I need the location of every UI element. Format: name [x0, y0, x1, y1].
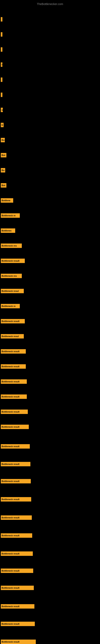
bar-label: Bo: [1, 139, 4, 141]
bottleneck-bar: Bottleneck result: [1, 479, 31, 484]
bar-row-20: Bottleneck re: [1, 304, 20, 308]
bar-label: Bottleneck re: [1, 214, 16, 217]
bottleneck-bar: Bottleneck result: [1, 349, 26, 354]
bar-row-14: Bottleneck re: [1, 213, 20, 218]
bottleneck-bar: Bottleneck result: [1, 379, 27, 384]
bar-row-32: Bottleneck result: [1, 497, 31, 502]
bottleneck-bar: Bottleneck result: [1, 622, 35, 626]
bottleneck-bar: Bottleneck result: [1, 586, 34, 590]
bar-label: Bottleneck result: [1, 410, 19, 413]
bar-row-18: Bottleneck res: [1, 274, 22, 278]
bar-label: Bottleneck result: [1, 365, 19, 368]
bottleneck-bar: Bo: [1, 168, 5, 172]
bottleneck-bar: Bottleneck result: [1, 516, 32, 520]
bottleneck-bar: Bot: [1, 183, 6, 188]
bottleneck-bar: Bottleneck re: [1, 213, 20, 218]
bottleneck-bar: Bottleneck result: [1, 533, 32, 538]
bottleneck-bar: s: [1, 108, 3, 112]
bar-label: Bottleneck result: [1, 463, 19, 465]
bar-label: Bottleneck result: [1, 350, 19, 352]
bar-row-13: Bottlene: [1, 198, 13, 203]
bar-row-23: Bottleneck result: [1, 349, 26, 354]
bottleneck-bar: Bottleneck result: [1, 425, 29, 429]
bottleneck-bar: Bottleneck result: [1, 552, 33, 556]
bottleneck-bar: [1, 92, 2, 97]
bar-row-12: Bot: [1, 183, 6, 188]
bar-label: Bottleneck result: [1, 396, 19, 398]
bar-label: Bottleneck result: [1, 570, 19, 572]
bar-row-36: Bottleneck result: [1, 568, 33, 573]
bottleneck-bar: E: [1, 123, 3, 127]
bottleneck-bar: Bottleneck result: [1, 364, 26, 369]
bottleneck-bar: Bottleneck result: [1, 444, 30, 448]
bar-row-7: s: [1, 108, 3, 112]
bar-row-11: Bo: [1, 168, 5, 172]
bar-row-17: Bottleneck result: [1, 258, 25, 263]
bar-row-24: Bottleneck result: [1, 364, 26, 369]
bar-label: Bot: [1, 184, 5, 186]
bottleneck-bar: Bottleneck result: [1, 604, 34, 608]
bar-label: Bottleneck result: [1, 260, 19, 262]
bar-row-25: Bottleneck result: [1, 379, 27, 384]
bar-label: Bottleneck result: [1, 552, 19, 555]
bar-label: Bottlene: [1, 199, 10, 202]
bar-row-1: [1, 17, 2, 22]
bottleneck-bar: Bottleneck result: [1, 319, 25, 324]
bar-label: Bottleneck resul: [1, 290, 19, 292]
bar-label: Bottleneck result: [1, 320, 19, 322]
bottleneck-bar: Bot: [1, 153, 6, 158]
bottleneck-bar: Bottlenec: [1, 228, 15, 233]
bar-row-39: Bottleneck result: [1, 622, 35, 626]
bar-label: Bottleneck resul: [1, 335, 19, 338]
bar-row-16: Bottleneck res: [1, 244, 22, 248]
bottleneck-bar: [1, 78, 2, 82]
bar-label: Bottlenec: [1, 230, 12, 232]
bar-row-35: Bottleneck result: [1, 552, 33, 556]
bar-row-28: Bottleneck result: [1, 425, 29, 429]
bar-row-40: Bottleneck result: [1, 640, 36, 644]
bar-label: Bottleneck result: [1, 516, 19, 519]
bottleneck-bar: Bottleneck result: [1, 462, 30, 466]
bar-row-33: Bottleneck result: [1, 516, 32, 520]
bar-row-15: Bottlenec: [1, 228, 15, 233]
bar-row-31: Bottleneck result: [1, 479, 31, 484]
bar-label: Bo: [1, 169, 4, 172]
site-title: TheBottlenecker.com: [0, 1, 100, 7]
bottleneck-bar: Bottleneck re: [1, 304, 20, 308]
bar-label: Bottleneck result: [1, 640, 19, 643]
bar-row-6: [1, 92, 2, 97]
bar-row-38: Bottleneck result: [1, 604, 34, 608]
bar-label: Bottleneck re: [1, 305, 16, 307]
bar-row-4: r: [1, 62, 2, 67]
bottleneck-bar: Bottleneck resul: [1, 289, 24, 293]
bar-row-30: Bottleneck result: [1, 462, 30, 466]
bar-label: Bottleneck result: [1, 426, 19, 428]
bottleneck-bar: Bottleneck resul: [1, 334, 24, 338]
bar-label: s: [1, 109, 3, 111]
bar-label: Bottleneck result: [1, 380, 19, 383]
bottleneck-bar: Bottleneck res: [1, 244, 22, 248]
bar-label: r: [1, 64, 2, 66]
bar-row-8: E: [1, 123, 3, 127]
bar-label: Bottleneck result: [1, 498, 19, 500]
bar-row-2: [1, 32, 2, 37]
bottleneck-bar: r: [1, 62, 2, 67]
bottleneck-bar: [1, 32, 2, 37]
bar-label: Bottleneck res: [1, 244, 17, 247]
bar-row-26: Bottleneck result: [1, 394, 27, 399]
bar-label: Bottleneck result: [1, 605, 19, 608]
bottleneck-bar: Bottleneck result: [1, 394, 27, 399]
bottleneck-bar: Bottleneck result: [1, 258, 25, 263]
bottleneck-bar: Bottleneck result: [1, 568, 33, 573]
bottleneck-bar: Bottleneck result: [1, 410, 28, 414]
bar-label: Bottleneck result: [1, 587, 19, 589]
bar-label: Bottleneck res: [1, 275, 17, 277]
bar-row-29: Bottleneck result: [1, 444, 30, 448]
bar-row-10: Bot: [1, 153, 6, 158]
bar-row-5: [1, 78, 2, 82]
bar-row-34: Bottleneck result: [1, 533, 32, 538]
bar-row-37: Bottleneck result: [1, 586, 34, 590]
bar-row-3: [1, 47, 2, 52]
bottleneck-bar: Bottleneck result: [1, 497, 31, 502]
bar-label: Bottleneck result: [1, 445, 19, 448]
